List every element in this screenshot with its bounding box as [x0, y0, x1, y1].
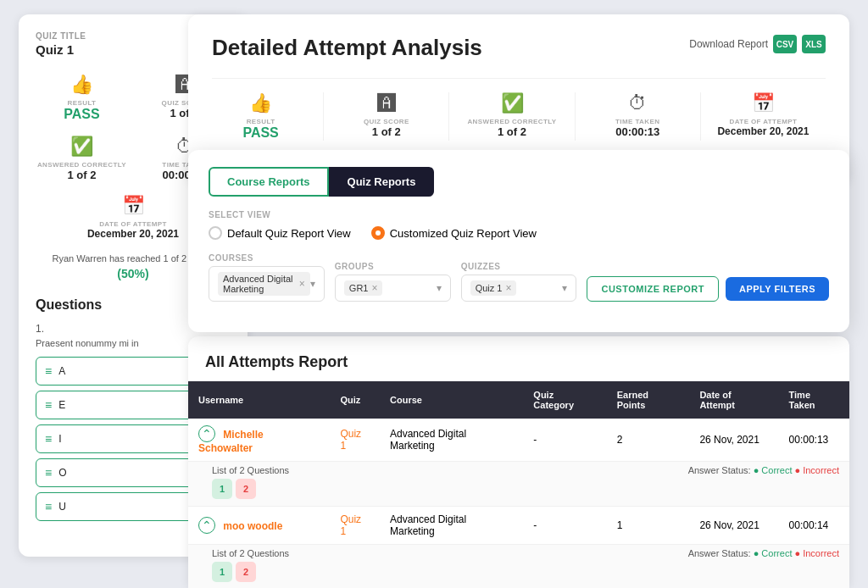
main-header: Detailed Attempt Analysis Download Repor… — [212, 35, 826, 61]
top-check-icon: ✅ — [501, 92, 524, 114]
cell-username: ⌃ Michelle Schowalter — [188, 419, 330, 462]
groups-filter: GROUPS GR1 × ▾ — [335, 262, 451, 302]
answered-label: ANSWERED CORRECTLY — [37, 161, 126, 169]
col-category: Quiz Category — [523, 381, 606, 419]
answered-value: 1 of 2 — [68, 169, 97, 181]
expand-row: List of 2 Questions 12 Answer Status: ● … — [188, 545, 849, 589]
radio-custom-view[interactable]: Customized Quiz Report View — [371, 226, 537, 240]
answer-status-1: Answer Status: ● Correct ● Incorrect — [688, 548, 839, 558]
radio-custom-circle — [371, 226, 385, 240]
attempts-card: All Attempts Report Username Quiz Course… — [188, 336, 849, 588]
cell-quiz-1: Quiz 1 — [330, 507, 380, 545]
expand-button-0[interactable]: ⌃ — [198, 425, 215, 442]
groups-label: GROUPS — [335, 262, 451, 271]
groups-select[interactable]: GR1 × ▾ — [335, 275, 451, 302]
incorrect-dot-0: ● Incorrect — [795, 465, 840, 475]
cell-time-1: 00:00:14 — [779, 507, 849, 545]
download-report-section: Download Report CSV XLS — [689, 35, 826, 53]
expand-button-1[interactable]: ⌃ — [198, 517, 215, 534]
apply-filters-button[interactable]: APPLY FILTERS — [726, 277, 829, 301]
q-badge-0-2[interactable]: 2 — [236, 479, 256, 499]
courses-tag: Advanced Digital Marketing × — [218, 272, 310, 296]
customize-report-button[interactable]: CUSTOMIZE REPORT — [587, 276, 718, 302]
top-date-value: December 20, 2021 — [717, 125, 809, 137]
date-value: December 20, 2021 — [87, 228, 179, 240]
col-date: Date of Attempt — [689, 381, 778, 419]
q-badge-1-2[interactable]: 2 — [236, 562, 256, 582]
top-stats-bar: 👍 RESULT PASS 🅰 QUIZ SCORE 1 of 2 ✅ ANSW… — [212, 78, 826, 141]
csv-download-button[interactable]: CSV — [773, 35, 797, 53]
cell-points-1: 1 — [607, 507, 690, 545]
correct-dot-1: ● Correct — [754, 548, 793, 558]
quiz-link-0[interactable]: Quiz 1 — [340, 428, 361, 452]
top-result-label: RESULT — [247, 118, 275, 125]
result-value: PASS — [64, 107, 99, 122]
download-report-label: Download Report — [689, 38, 768, 50]
attempts-table: Username Quiz Course Quiz Category Earne… — [188, 381, 849, 588]
radio-default-label: Default Quiz Report View — [227, 227, 351, 240]
q-badge-0-1[interactable]: 1 — [212, 479, 232, 499]
courses-value: Advanced Digital Marketing — [223, 274, 296, 294]
q-badge-1-1[interactable]: 1 — [212, 562, 232, 582]
quizzes-label: QUIZZES — [461, 262, 577, 271]
radio-row: Default Quiz Report View Customized Quiz… — [209, 226, 829, 240]
reports-panel: Course Reports Quiz Reports SELECT VIEW … — [188, 150, 849, 332]
option-e-label: E — [58, 399, 65, 411]
top-stat-date: 📅 DATE OF ATTEMPT December 20, 2021 — [701, 92, 826, 141]
top-stat-time: ⏱ TIME TAKEN 00:00:13 — [576, 92, 701, 141]
courses-chevron-icon: ▾ — [310, 278, 315, 290]
groups-chevron-icon: ▾ — [437, 282, 442, 294]
top-date-label: DATE OF ATTEMPT — [730, 118, 798, 125]
table-header-row: Username Quiz Course Quiz Category Earne… — [188, 381, 849, 419]
top-score-label: QUIZ SCORE — [364, 118, 409, 125]
courses-filter: COURSES Advanced Digital Marketing × ▾ — [209, 253, 325, 302]
stat-answered: ✅ ANSWERED CORRECTLY 1 of 2 — [36, 136, 128, 181]
attempts-title: All Attempts Report — [188, 353, 849, 381]
top-score-value: 1 of 2 — [372, 125, 401, 138]
groups-clear-icon[interactable]: × — [371, 282, 377, 294]
top-calendar-icon: 📅 — [752, 92, 775, 114]
correct-dot-0: ● Correct — [754, 465, 793, 475]
col-quiz: Quiz — [330, 381, 380, 419]
date-label: DATE OF ATTEMPT — [99, 220, 167, 228]
table-row: ⌃ moo woodle Quiz 1 Advanced Digital Mar… — [188, 507, 849, 545]
top-grade-icon: 🅰 — [377, 92, 396, 114]
q-badges-1: 12 — [212, 562, 289, 582]
courses-clear-icon[interactable]: × — [299, 278, 305, 290]
option-u-label: U — [58, 501, 66, 513]
radio-custom-label: Customized Quiz Report View — [390, 227, 537, 240]
quizzes-filter: QUIZZES Quiz 1 × ▾ — [461, 262, 577, 302]
cell-points-0: 2 — [607, 419, 690, 462]
tab-quiz-reports[interactable]: Quiz Reports — [329, 167, 435, 197]
list-label-1: List of 2 Questions — [212, 548, 289, 558]
username-link-1[interactable]: moo woodle — [223, 520, 282, 532]
groups-tag: GR1 × — [344, 280, 383, 296]
col-time: Time Taken — [779, 381, 849, 419]
top-time-label: TIME TAKEN — [615, 118, 659, 125]
quizzes-clear-icon[interactable]: × — [505, 282, 511, 294]
stat-result: 👍 RESULT PASS — [36, 74, 128, 122]
quiz-link-1[interactable]: Quiz 1 — [340, 513, 361, 537]
tabs-row: Course Reports Quiz Reports — [209, 167, 829, 197]
radio-default-view[interactable]: Default Quiz Report View — [209, 226, 351, 240]
check-icon: ✅ — [70, 136, 93, 158]
quizzes-select[interactable]: Quiz 1 × ▾ — [461, 275, 577, 302]
cell-username: ⌃ moo woodle — [188, 507, 330, 545]
courses-label: COURSES — [209, 253, 325, 263]
option-o-label: O — [58, 467, 66, 479]
cell-date-1: 26 Nov, 2021 — [689, 507, 778, 545]
quizzes-value: Quiz 1 — [476, 283, 503, 293]
tab-course-reports[interactable]: Course Reports — [209, 167, 329, 197]
lines-icon: ≡ — [45, 364, 52, 378]
courses-select[interactable]: Advanced Digital Marketing × ▾ — [209, 266, 325, 302]
top-result-value: PASS — [242, 125, 278, 141]
top-answered-value: 1 of 2 — [498, 125, 526, 138]
col-username: Username — [188, 381, 330, 419]
cell-course-1: Advanced Digital Marketing — [380, 507, 523, 545]
top-time-value: 00:00:13 — [615, 125, 659, 138]
option-a-label: A — [58, 365, 65, 377]
xls-download-button[interactable]: XLS — [802, 35, 826, 53]
lines-icon-o: ≡ — [45, 466, 52, 480]
top-stat-result: 👍 RESULT PASS — [212, 92, 324, 141]
expand-content-0: List of 2 Questions 12 Answer Status: ● … — [188, 462, 849, 507]
